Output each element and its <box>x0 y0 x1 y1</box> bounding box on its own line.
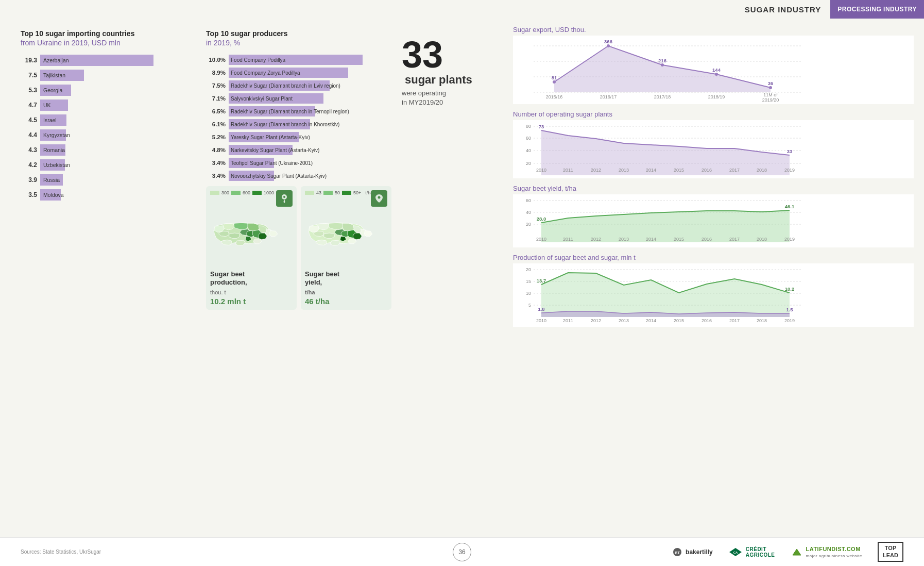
import-bar-label: Kyrgyzstan <box>42 132 70 138</box>
map1-icon <box>276 190 293 207</box>
prod-bar-label: Food Company Podillya <box>229 57 285 63</box>
prod-bar-row: 5.2% Yaresky Sugar Plant (Astarta-Kyiv) <box>206 132 391 142</box>
svg-text:2013: 2013 <box>619 318 629 323</box>
svg-text:216: 216 <box>658 58 666 63</box>
import-bar-label: Israel <box>42 117 57 123</box>
import-bar-fill: UK <box>40 99 68 111</box>
svg-text:5: 5 <box>528 303 531 308</box>
svg-text:2018: 2018 <box>757 318 767 323</box>
svg-text:11M of: 11M of <box>763 92 778 97</box>
prod-bar-fill: Radekhiv Sugar (Diamant branch in Lviv r… <box>229 80 330 91</box>
prod-bar-pct: 6.5% <box>206 108 226 114</box>
prod-bar-pct: 7.1% <box>206 95 226 102</box>
svg-text:2011: 2011 <box>563 237 573 242</box>
svg-point-9 <box>661 63 664 66</box>
production-chart: 20 15 10 5 <box>513 263 914 327</box>
prod-bar-label: Radekhiv Sugar (Diamant branch in Ternop… <box>229 109 349 114</box>
svg-text:2013: 2013 <box>619 168 629 173</box>
svg-text:2012: 2012 <box>591 168 601 173</box>
import-bar-fill: Uzbekistan <box>40 159 65 171</box>
import-bar-fill: Russia <box>40 174 63 186</box>
prod-bar-label: Radekhiv Sugar (Diamant branch in Khoros… <box>229 122 339 127</box>
import-bar-label: Uzbekistan <box>42 162 70 168</box>
prod-bar-row: 3.4% Novoorzhytskiy Sugar Plant (Astarta… <box>206 171 391 181</box>
svg-point-7 <box>553 80 556 84</box>
prod-bar-row: 6.5% Radekhiv Sugar (Diamant branch in T… <box>206 106 391 116</box>
prod-bar-fill: Radekhiv Sugar (Diamant branch in Ternop… <box>229 106 315 116</box>
prod-bar-pct: 6.1% <box>206 121 226 127</box>
prod-bar-fill: Radekhiv Sugar (Diamant branch in Khoros… <box>229 119 310 129</box>
svg-text:2012: 2012 <box>591 318 601 323</box>
operating-plants-title: Number of operating sugar plants <box>513 110 914 118</box>
footer-logos: BT bakertilly CA CRÉDITAGRICOLE LATIFUND… <box>672 542 903 561</box>
import-bar-fill: Moldova <box>40 189 61 201</box>
svg-text:40: 40 <box>526 148 531 153</box>
prod-bar-pct: 3.4% <box>206 160 226 166</box>
svg-text:2017: 2017 <box>729 318 740 323</box>
import-bar-row: 3.9 Russia <box>21 174 192 186</box>
sugar-export-title: Sugar export, USD thou. <box>513 26 914 34</box>
import-bar-row: 4.4 Kyrgyzstan <box>21 129 192 141</box>
big-stat: 33 sugar plants <box>402 36 505 87</box>
import-bar-fill: Georgia <box>40 85 71 96</box>
import-bar-fill: Israel <box>40 114 66 126</box>
big-number: 33 <box>402 36 443 73</box>
prod-bar-label: Yaresky Sugar Plant (Astarta-Kyiv) <box>229 135 310 140</box>
import-bar-row: 4.3 Romania <box>21 144 192 156</box>
ukraine-map-yield <box>305 197 387 270</box>
svg-text:60: 60 <box>526 198 531 203</box>
prod-bar-pct: 5.2% <box>206 134 226 140</box>
svg-text:2014: 2014 <box>646 237 656 242</box>
operating-plants-section: Number of operating sugar plants 80 60 4… <box>513 110 914 178</box>
import-bar-value: 4.7 <box>21 102 37 109</box>
svg-text:2019/20: 2019/20 <box>762 97 779 103</box>
svg-text:2012: 2012 <box>591 237 601 242</box>
header-badge: PROCESSING INDUSTRY <box>830 0 924 19</box>
svg-text:BT: BT <box>675 551 680 555</box>
svg-text:33: 33 <box>787 148 793 154</box>
svg-text:36: 36 <box>768 80 774 86</box>
import-bar-fill: Tajikistan <box>40 70 84 81</box>
import-bar-label: Azerbaijan <box>42 57 69 63</box>
operating-plants-chart: 80 60 40 20 <box>513 120 914 178</box>
import-bar-value: 7.5 <box>21 72 37 79</box>
prod-bar-label: Food Company Zorya Podillya <box>229 70 300 76</box>
svg-text:2016: 2016 <box>701 318 712 323</box>
svg-text:60: 60 <box>526 136 531 141</box>
svg-point-1 <box>283 196 285 198</box>
import-bar-fill: Azerbaijan <box>40 55 153 66</box>
import-bar-value: 4.4 <box>21 131 37 139</box>
import-bar-row: 7.5 Tajikistan <box>21 70 192 81</box>
svg-text:2015: 2015 <box>674 168 684 173</box>
import-bar-label: UK <box>42 102 51 108</box>
svg-text:CA: CA <box>733 551 738 554</box>
svg-text:20: 20 <box>526 267 531 272</box>
svg-point-8 <box>607 44 610 47</box>
prod-bar-pct: 7.5% <box>206 82 226 89</box>
svg-text:73: 73 <box>539 124 544 129</box>
prod-bar-fill: Food Company Podillya <box>229 55 363 65</box>
import-bar-label: Russia <box>42 177 60 183</box>
svg-text:2011: 2011 <box>563 318 573 323</box>
bakertilly-logo: BT bakertilly <box>672 547 713 557</box>
charts-column: Sugar export, USD thou. <box>513 26 914 561</box>
import-section-title: Top 10 sugar importing countries from Uk… <box>21 29 192 47</box>
svg-text:2011: 2011 <box>563 168 573 173</box>
import-bar-label: Romania <box>42 147 65 153</box>
svg-text:2016: 2016 <box>701 237 712 242</box>
right-panel: 33 sugar plants were operatingin MY2019/… <box>397 19 924 566</box>
prod-bar-label: Teofipol Sugar Plant (Ukraine-2001) <box>229 160 313 166</box>
import-bar-value: 3.9 <box>21 176 37 184</box>
prod-bar-pct: 8.9% <box>206 70 226 76</box>
svg-point-11 <box>769 86 772 89</box>
svg-text:1.8: 1.8 <box>538 306 544 312</box>
footer-source: Sources: State Statistics, UkrSugar <box>21 549 101 555</box>
latifundist-logo: LATIFUNDIST.COMmajor agribusiness websit… <box>791 546 863 558</box>
prod-bar-label: Narkevitskiy Sugar Plant (Astarta-Kyiv) <box>229 147 319 153</box>
svg-text:2013: 2013 <box>619 237 629 242</box>
import-bar-label: Tajikistan <box>42 72 65 78</box>
big-label: sugar plants <box>405 73 472 87</box>
map1-title: Sugar beetproduction, <box>210 270 247 288</box>
stat-description: were operatingin MY2019/20 <box>402 89 505 107</box>
header-title: SUGAR INDUSTRY <box>735 0 830 19</box>
